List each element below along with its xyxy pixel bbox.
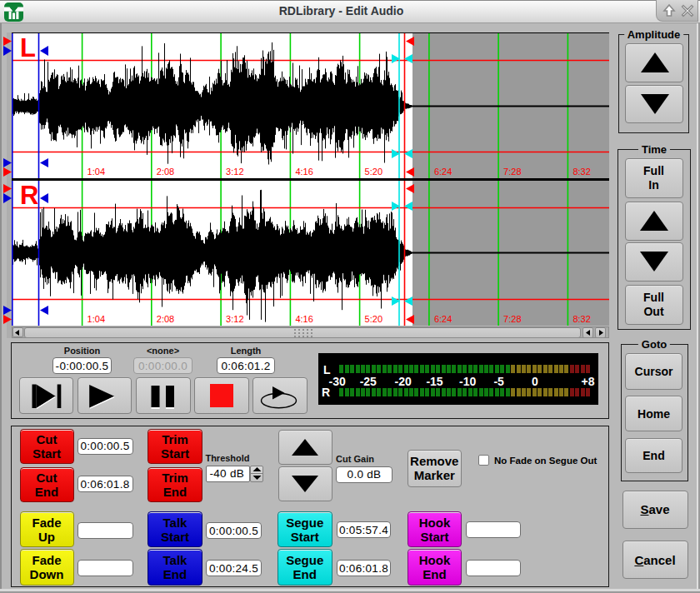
svg-text:7:28: 7:28 bbox=[503, 167, 521, 177]
svg-text:6:24: 6:24 bbox=[434, 167, 452, 177]
svg-text:7:28: 7:28 bbox=[503, 314, 521, 324]
svg-text:2:08: 2:08 bbox=[157, 167, 174, 177]
svg-text:8:32: 8:32 bbox=[572, 314, 590, 324]
svg-text:3:12: 3:12 bbox=[226, 167, 243, 177]
svg-text:L: L bbox=[20, 33, 36, 62]
svg-text:6:24: 6:24 bbox=[434, 314, 452, 324]
svg-text:4:16: 4:16 bbox=[295, 167, 312, 177]
svg-text:2:08: 2:08 bbox=[157, 314, 174, 324]
svg-text:1:04: 1:04 bbox=[88, 314, 105, 324]
svg-text:3:12: 3:12 bbox=[226, 314, 243, 324]
svg-text:5:20: 5:20 bbox=[365, 314, 382, 324]
svg-text:5:20: 5:20 bbox=[365, 167, 382, 177]
svg-text:8:32: 8:32 bbox=[572, 167, 590, 177]
svg-text:R: R bbox=[20, 181, 38, 210]
svg-text:4:16: 4:16 bbox=[295, 314, 312, 324]
svg-text:1:04: 1:04 bbox=[88, 167, 105, 177]
